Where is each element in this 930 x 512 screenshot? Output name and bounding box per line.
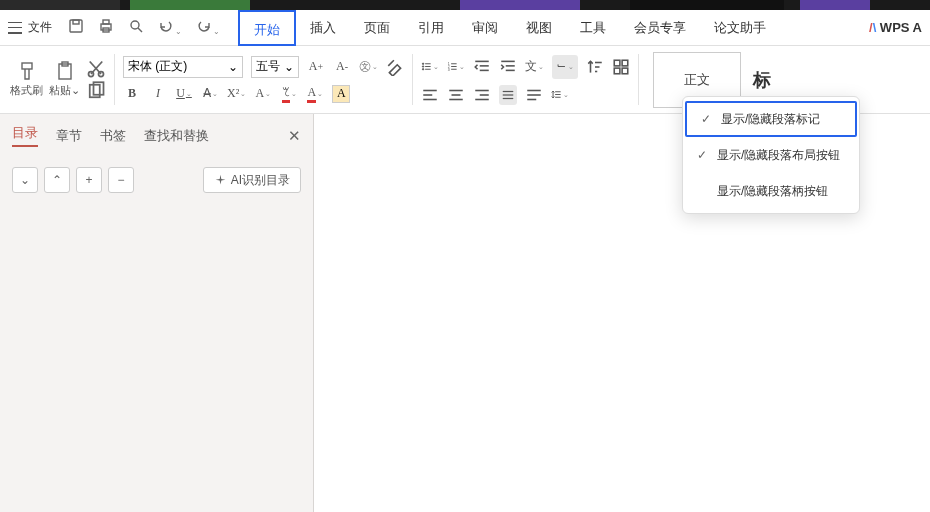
superscript-icon[interactable]: X²⌄ xyxy=(227,84,246,104)
align-right-icon[interactable] xyxy=(473,85,491,105)
align-justify-icon[interactable] xyxy=(499,85,517,105)
svg-rect-7 xyxy=(22,63,32,69)
undo-icon[interactable]: ⌄ xyxy=(158,18,182,37)
app-menu-icon[interactable] xyxy=(8,22,22,34)
check-icon: ✓ xyxy=(699,112,713,126)
paragraph-mark-icon[interactable]: ⌄ xyxy=(556,57,574,77)
menu-bar: 文件 ⌄ ⌄ 开始 插入 页面 引用 审阅 视图 工具 会员专享 论文助手 /\… xyxy=(0,10,930,46)
font-color-icon[interactable]: A⌄ xyxy=(306,84,324,104)
svg-text:3: 3 xyxy=(448,68,450,72)
paragraph-mark-dropdown: ✓ 显示/隐藏段落标记 ✓ 显示/隐藏段落布局按钮 显示/隐藏段落柄按钮 xyxy=(682,96,860,214)
format-brush-label: 格式刷 xyxy=(10,83,43,98)
svg-rect-43 xyxy=(622,68,628,74)
tab-start[interactable]: 开始 xyxy=(238,10,296,46)
expand-down-button[interactable]: ⌄ xyxy=(12,167,38,193)
decrease-indent-icon[interactable] xyxy=(473,57,491,77)
svg-rect-41 xyxy=(622,60,628,66)
select-all-icon[interactable] xyxy=(612,57,630,77)
title-bar-dark xyxy=(0,0,930,10)
plus-icon: + xyxy=(85,173,92,187)
svg-point-17 xyxy=(422,63,423,64)
clear-format-icon[interactable] xyxy=(386,57,404,77)
quick-access-toolbar: ⌄ ⌄ xyxy=(68,18,220,37)
font-name-value: 宋体 (正文) xyxy=(128,58,187,75)
dd-item-label: 显示/隐藏段落布局按钮 xyxy=(717,147,840,164)
minus-icon: − xyxy=(117,173,124,187)
dd-item-label: 显示/隐藏段落柄按钮 xyxy=(717,183,828,200)
align-center-icon[interactable] xyxy=(447,85,465,105)
check-icon: ✓ xyxy=(695,148,709,162)
sparkle-icon xyxy=(214,174,227,187)
svg-rect-3 xyxy=(103,20,109,24)
print-icon[interactable] xyxy=(98,18,114,37)
chevron-down-icon: ⌄ xyxy=(228,60,238,74)
underline-icon[interactable]: U⌄ xyxy=(175,84,193,104)
line-spacing-icon[interactable]: ⌄ xyxy=(551,85,569,105)
sort-icon[interactable] xyxy=(586,57,604,77)
ai-toc-label: AI识别目录 xyxy=(231,172,290,189)
strikethrough-icon[interactable]: A̶⌄ xyxy=(201,84,219,104)
bullet-list-icon[interactable]: ⌄ xyxy=(421,57,439,77)
chevron-down-icon: ⌄ xyxy=(284,60,294,74)
svg-point-19 xyxy=(422,66,423,67)
dd-item-show-hide-marks[interactable]: ✓ 显示/隐藏段落标记 xyxy=(685,101,857,137)
remove-button[interactable]: − xyxy=(108,167,134,193)
style-title[interactable]: 标 xyxy=(753,68,771,92)
increase-indent-icon[interactable] xyxy=(499,57,517,77)
increase-font-icon[interactable]: A+ xyxy=(307,57,325,77)
text-effect-icon[interactable]: A⌄ xyxy=(254,84,272,104)
collapse-up-button[interactable]: ⌃ xyxy=(44,167,70,193)
font-name-select[interactable]: 宋体 (正文) ⌄ xyxy=(123,56,243,78)
copy-icon[interactable] xyxy=(86,81,106,101)
svg-rect-42 xyxy=(614,68,620,74)
tab-insert[interactable]: 插入 xyxy=(296,10,350,46)
save-icon[interactable] xyxy=(68,18,84,37)
ai-toc-button[interactable]: AI识别目录 xyxy=(203,167,301,193)
phonetic-guide-icon[interactable]: ㉆⌄ xyxy=(359,57,378,77)
close-panel-icon[interactable]: ✕ xyxy=(288,127,301,145)
tab-page[interactable]: 页面 xyxy=(350,10,404,46)
file-menu[interactable]: 文件 xyxy=(28,19,52,36)
ribbon-tabs: 开始 插入 页面 引用 审阅 视图 工具 会员专享 论文助手 xyxy=(238,10,780,46)
add-button[interactable]: + xyxy=(76,167,102,193)
svg-rect-40 xyxy=(614,60,620,66)
side-tab-chapter[interactable]: 章节 xyxy=(56,127,82,145)
font-size-select[interactable]: 五号 ⌄ xyxy=(251,56,299,78)
redo-icon[interactable]: ⌄ xyxy=(196,18,220,37)
number-list-icon[interactable]: 123⌄ xyxy=(447,57,465,77)
distribute-icon[interactable] xyxy=(525,85,543,105)
char-shading-icon[interactable]: A xyxy=(332,85,350,103)
tab-review[interactable]: 审阅 xyxy=(458,10,512,46)
side-tab-toc[interactable]: 目录 xyxy=(12,124,38,147)
side-tab-bookmark[interactable]: 书签 xyxy=(100,127,126,145)
svg-rect-0 xyxy=(70,20,82,32)
side-tab-find-replace[interactable]: 查找和替换 xyxy=(144,127,209,145)
format-brush-button[interactable]: 格式刷 xyxy=(10,61,43,98)
paste-label: 粘贴⌄ xyxy=(49,83,80,98)
tab-member[interactable]: 会员专享 xyxy=(620,10,700,46)
svg-point-5 xyxy=(131,21,139,29)
dd-item-show-hide-layout[interactable]: ✓ 显示/隐藏段落布局按钮 xyxy=(683,137,859,173)
italic-icon[interactable]: I xyxy=(149,84,167,104)
svg-point-21 xyxy=(422,69,423,70)
dd-item-show-hide-handle[interactable]: 显示/隐藏段落柄按钮 xyxy=(683,173,859,209)
chevron-up-icon: ⌃ xyxy=(52,173,62,187)
tab-reference[interactable]: 引用 xyxy=(404,10,458,46)
decrease-font-icon[interactable]: A- xyxy=(333,57,351,77)
svg-rect-1 xyxy=(73,20,79,24)
tab-view[interactable]: 视图 xyxy=(512,10,566,46)
text-direction-icon[interactable]: 文⌄ xyxy=(525,57,544,77)
wps-ai-label[interactable]: /\ WPS A xyxy=(869,20,922,35)
cut-icon[interactable] xyxy=(86,59,106,79)
print-preview-icon[interactable] xyxy=(128,18,144,37)
svg-line-6 xyxy=(138,28,142,32)
font-size-value: 五号 xyxy=(256,58,280,75)
bold-icon[interactable]: B xyxy=(123,84,141,104)
paste-button[interactable]: 粘贴⌄ xyxy=(49,61,80,98)
highlight-icon[interactable]: ꕎ⌄ xyxy=(280,84,298,104)
tab-thesis[interactable]: 论文助手 xyxy=(700,10,780,46)
align-left-icon[interactable] xyxy=(421,85,439,105)
tab-tools[interactable]: 工具 xyxy=(566,10,620,46)
dd-item-label: 显示/隐藏段落标记 xyxy=(721,111,820,128)
chevron-down-icon: ⌄ xyxy=(20,173,30,187)
